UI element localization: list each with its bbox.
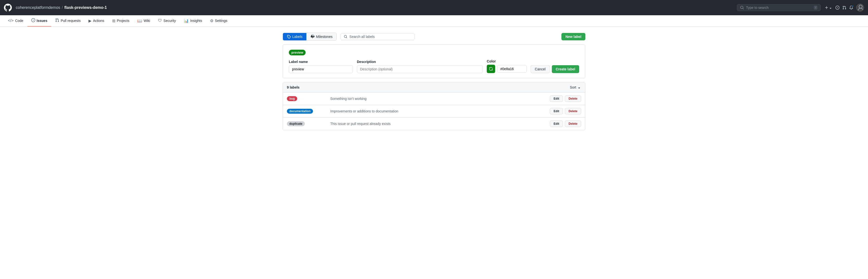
tab-code[interactable]: </> Code [4, 15, 27, 26]
labels-list-header: 9 labels Sort [283, 82, 585, 93]
labels-list: 9 labels Sort bug Something isn't workin… [283, 82, 585, 130]
table-row: bug Something isn't working Edit Delete [283, 93, 585, 105]
create-new-button[interactable] [825, 6, 833, 10]
color-group: Color [487, 59, 527, 73]
edit-button[interactable]: Edit [550, 108, 563, 114]
search-placeholder: Type to search [746, 6, 769, 10]
actions-icon: ▶ [89, 19, 91, 23]
label-description: This issue or pull request already exist… [330, 122, 546, 126]
issues-icon [31, 18, 35, 23]
code-icon: </> [8, 19, 13, 23]
label-actions: Edit Delete [550, 96, 581, 102]
repo-breadcrumb: coherenceplatformdemos / flask-previews-… [16, 5, 107, 10]
tab-issues[interactable]: Issues [27, 15, 52, 27]
repo-navigation: </> Code Issues Pull requests ▶ Actions … [0, 15, 868, 27]
tab-settings[interactable]: ⚙ Settings [206, 15, 231, 27]
label-badge: documentation [287, 109, 313, 114]
labels-tab-label: Labels [292, 35, 302, 39]
top-search-box[interactable]: Type to search / [737, 4, 821, 11]
notification-dot [852, 5, 854, 7]
pull-requests-nav-icon[interactable] [842, 6, 846, 10]
label-name-label: Label name [289, 60, 353, 64]
label-preview-badge: preview [289, 50, 306, 55]
tab-code-label: Code [15, 19, 23, 23]
labels-milestones-toggle: Labels Milestones [283, 33, 337, 41]
breadcrumb-separator: / [62, 5, 63, 10]
tab-security-label: Security [163, 19, 176, 23]
tab-actions-label: Actions [93, 19, 104, 23]
top-nav-actions [825, 4, 864, 11]
tab-projects[interactable]: ⊞ Projects [108, 15, 133, 27]
top-search-area: Type to search / [737, 4, 821, 11]
table-row: documentation Improvements or additions … [283, 105, 585, 117]
settings-icon: ⚙ [210, 19, 213, 23]
insights-icon: 📊 [184, 19, 189, 23]
labels-count: 9 labels [287, 85, 300, 89]
delete-button[interactable]: Delete [565, 108, 581, 114]
label-name-group: Label name [289, 60, 353, 73]
tab-security[interactable]: 🛡 Security [154, 15, 180, 26]
color-hex-input[interactable] [497, 65, 527, 73]
delete-button[interactable]: Delete [565, 96, 581, 102]
issues-nav-icon[interactable] [835, 6, 839, 10]
repo-link[interactable]: flask-previews-demo-1 [64, 5, 107, 10]
sort-label: Sort [570, 85, 576, 89]
new-label-form: preview Label name Description Color [283, 44, 585, 78]
label-badge-cell: bug [287, 96, 326, 101]
tab-insights-label: Insights [190, 19, 202, 23]
label-badge: bug [287, 96, 297, 101]
description-group: Description [357, 60, 483, 73]
labels-tab-button[interactable]: Labels [283, 33, 306, 40]
color-label: Color [487, 59, 527, 63]
labels-toolbar: Labels Milestones New label [283, 33, 585, 41]
pr-icon [55, 18, 59, 23]
security-icon: 🛡 [158, 19, 162, 23]
tab-settings-label: Settings [215, 19, 227, 23]
tab-issues-label: Issues [37, 19, 48, 23]
color-input-row [487, 65, 527, 73]
github-logo[interactable] [4, 4, 12, 11]
label-badge-cell: duplicate [287, 121, 326, 126]
form-actions: Cancel Create label [531, 65, 579, 73]
tab-wiki-label: Wiki [144, 19, 150, 23]
label-preview-container: preview [289, 50, 579, 55]
cancel-button[interactable]: Cancel [531, 65, 550, 73]
edit-button[interactable]: Edit [550, 120, 563, 127]
main-content: Labels Milestones New label preview Labe… [279, 27, 589, 136]
tab-wiki[interactable]: 📖 Wiki [133, 15, 154, 27]
table-row: duplicate This issue or pull request alr… [283, 117, 585, 130]
tab-pr-label: Pull requests [61, 19, 81, 23]
sort-button[interactable]: Sort [570, 85, 581, 89]
tab-pull-requests[interactable]: Pull requests [51, 15, 85, 27]
top-navigation: coherenceplatformdemos / flask-previews-… [0, 0, 868, 15]
notifications-button[interactable] [849, 6, 853, 10]
edit-button[interactable]: Edit [550, 96, 563, 102]
search-labels-input[interactable] [349, 35, 411, 39]
delete-button[interactable]: Delete [565, 120, 581, 127]
tab-projects-label: Projects [117, 19, 129, 23]
wiki-icon: 📖 [137, 19, 142, 23]
label-description: Something isn't working [330, 97, 546, 101]
label-actions: Edit Delete [550, 108, 581, 114]
projects-icon: ⊞ [112, 19, 115, 23]
description-label: Description [357, 60, 483, 64]
label-badge-cell: documentation [287, 109, 326, 114]
label-description: Improvements or additions to documentati… [330, 109, 546, 113]
tab-actions[interactable]: ▶ Actions [85, 15, 108, 27]
milestones-tab-label: Milestones [316, 35, 333, 39]
avatar[interactable] [856, 4, 864, 11]
create-label-button[interactable]: Create label [552, 65, 579, 73]
new-label-button[interactable]: New label [561, 33, 585, 40]
org-link[interactable]: coherenceplatformdemos [16, 5, 60, 10]
tab-insights[interactable]: 📊 Insights [180, 15, 206, 27]
label-name-input[interactable] [289, 65, 353, 73]
form-row: Label name Description Color Cancel Crea… [289, 59, 579, 73]
label-badge: duplicate [287, 121, 305, 126]
description-input[interactable] [357, 65, 483, 73]
search-shortcut: / [814, 6, 817, 10]
search-labels-box[interactable] [341, 33, 414, 40]
color-refresh-button[interactable] [487, 65, 495, 73]
label-actions: Edit Delete [550, 120, 581, 127]
milestones-tab-button[interactable]: Milestones [306, 33, 336, 40]
